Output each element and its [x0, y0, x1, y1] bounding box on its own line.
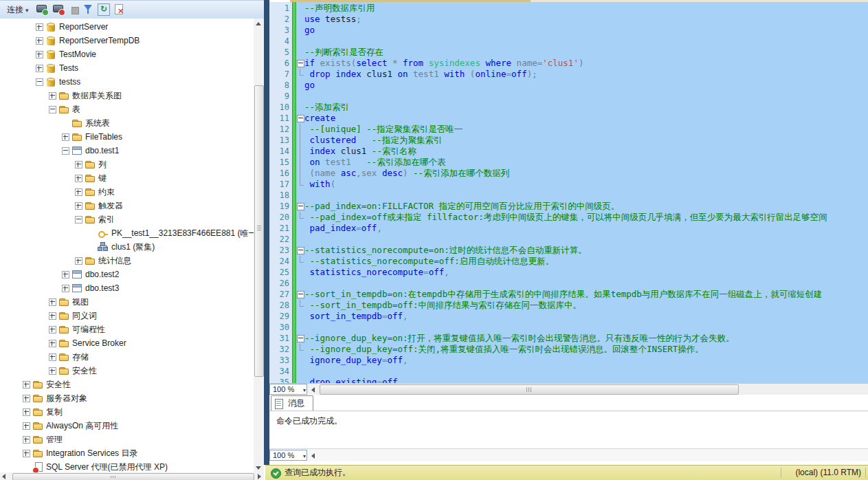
scroll-right-button[interactable] [255, 472, 264, 480]
code-line[interactable]: 16 (name asc,sex desc) --索引添加在哪个数据列 [269, 168, 868, 179]
tree-item[interactable]: 系统表 [0, 116, 254, 130]
scroll-left-button[interactable] [0, 472, 9, 480]
code-line[interactable]: 19--pad_index=on:FILLFACTOR 指定的可用空间百分比应用… [269, 201, 868, 212]
code-line[interactable]: 30 [269, 322, 868, 333]
code-line[interactable]: 1--声明数据库引用 [269, 3, 868, 14]
tree-item[interactable]: clus1 (聚集) [0, 240, 254, 254]
editor-scroll-left-button[interactable] [309, 385, 318, 394]
tree-item[interactable]: 可编程性 [0, 323, 254, 336]
expand-icon[interactable] [23, 436, 30, 444]
tree-item[interactable]: ReportServer [0, 20, 254, 34]
tree-item[interactable]: 表 [0, 102, 254, 116]
tree-item[interactable]: SQL Server 代理(已禁用代理 XP) [0, 460, 254, 472]
tree-item[interactable]: 触发器 [0, 199, 254, 212]
tree-item[interactable]: 安全性 [0, 364, 254, 378]
expand-icon[interactable] [23, 408, 30, 416]
code-line[interactable]: 7 drop index clus1 on test1 with (online… [269, 69, 868, 80]
expand-icon[interactable] [62, 133, 69, 141]
expand-icon[interactable] [49, 92, 56, 100]
expand-icon[interactable] [75, 257, 82, 265]
collapse-icon[interactable] [75, 216, 82, 223]
code-line[interactable]: 29 sort_in_tempdb=off, [269, 311, 868, 322]
tree-horizontal-scrollbar[interactable] [0, 472, 264, 480]
tree-item[interactable]: 同义词 [0, 309, 254, 323]
tree-item[interactable]: dbo.test2 [0, 268, 254, 281]
tree-item[interactable]: Service Broker [0, 336, 254, 350]
code-line[interactable]: 13 clustered --指定为聚集索引 [269, 135, 868, 146]
code-line[interactable]: 32 --ignore_dup_key=off:关闭,将重复键值插入唯一索引时会… [269, 344, 868, 355]
collapse-icon[interactable] [36, 78, 43, 86]
expand-icon[interactable] [49, 312, 56, 320]
code-line[interactable]: 17 with( [269, 179, 868, 190]
results-scroll-left-button[interactable] [309, 451, 318, 460]
code-line[interactable]: 21 pad_index=off, [269, 223, 868, 234]
fold-collapse-icon[interactable] [297, 203, 304, 210]
code-line[interactable]: 11create [269, 113, 868, 124]
fold-collapse-icon[interactable] [297, 335, 304, 342]
sql-editor[interactable]: 1--声明数据库引用2use testss;3go45--判断索引是否存在6if… [269, 0, 868, 383]
code-line[interactable]: 6if exists(select * from sysindexes wher… [269, 58, 868, 69]
scroll-up-button[interactable] [254, 19, 264, 29]
expand-icon[interactable] [36, 65, 43, 72]
code-line[interactable]: 12 --[unique] --指定聚集索引是否唯一 [269, 124, 868, 135]
tree-item[interactable]: Tests [0, 61, 254, 75]
expand-icon[interactable] [75, 188, 82, 196]
code-line[interactable]: 10--添加索引 [269, 102, 868, 113]
editor-hscroll-thumb[interactable] [320, 384, 739, 395]
connect-button[interactable]: 连接▾ [4, 3, 32, 16]
code-line[interactable]: 35 drop_existing=off, [269, 377, 868, 383]
tree-vscroll-thumb[interactable] [254, 85, 264, 377]
expand-icon[interactable] [49, 298, 56, 306]
scroll-down-button[interactable] [254, 462, 264, 472]
expand-icon[interactable] [49, 340, 56, 347]
editor-zoom-select[interactable]: 100 % ▾ [269, 384, 307, 395]
connect-server-icon[interactable] [36, 3, 48, 16]
fold-collapse-icon[interactable] [297, 291, 304, 298]
code-line[interactable]: 18 [269, 190, 868, 201]
expand-icon[interactable] [23, 381, 30, 389]
expand-icon[interactable] [49, 353, 56, 361]
tree-item[interactable]: 管理 [0, 433, 254, 446]
expand-icon[interactable] [49, 367, 56, 375]
tab-messages[interactable]: 消息 [271, 395, 313, 411]
expand-icon[interactable] [23, 422, 30, 430]
fold-collapse-icon[interactable] [297, 60, 304, 67]
refresh-icon[interactable]: ↻ [98, 3, 110, 16]
code-line[interactable]: 27--sort_in_tempdb=on:在tempdb中存储用于生成索引的中… [269, 289, 868, 300]
fold-collapse-icon[interactable] [297, 115, 304, 122]
code-line[interactable]: 22 [269, 234, 868, 245]
tree-item[interactable]: 索引 [0, 212, 254, 226]
code-line[interactable]: 14 index clus1 --索引名称 [269, 146, 868, 157]
code-line[interactable]: 28 --sort_in_tempdb=off:中间排序结果与索引存储在同一数据… [269, 300, 868, 311]
tree-item[interactable]: ReportServerTempDB [0, 34, 254, 47]
tree-item[interactable]: 复制 [0, 405, 254, 419]
code-line[interactable]: 20 --pad_index=off或未指定 fillfactor:考虑到中间级… [269, 212, 868, 223]
expand-icon[interactable] [36, 37, 43, 45]
tree-vertical-scrollbar[interactable] [254, 19, 264, 472]
tree-item[interactable]: PK__test1__3213E83F466EE881 (唯一 [0, 226, 254, 240]
tree-item[interactable]: 统计信息 [0, 254, 254, 268]
tree-item[interactable]: testss [0, 75, 254, 89]
tree-item[interactable]: dbo.test3 [0, 281, 254, 295]
code-line[interactable]: 31--ignore_dup_key=on:打开，将重复键值插入唯一索引时会出现… [269, 333, 868, 344]
tree-item[interactable]: 安全性 [0, 378, 254, 391]
tree-item[interactable]: TestMovie [0, 47, 254, 61]
expand-icon[interactable] [62, 285, 69, 292]
expand-icon[interactable] [75, 202, 82, 210]
collapse-icon[interactable] [49, 106, 56, 113]
tree-item[interactable]: Integration Services 目录 [0, 446, 254, 460]
code-line[interactable]: 34 [269, 366, 868, 377]
tree-item[interactable]: 服务器对象 [0, 391, 254, 405]
code-line[interactable]: 33 ignore_dup_key=off, [269, 355, 868, 366]
tree-item[interactable]: 视图 [0, 295, 254, 309]
code-line[interactable]: 9 [269, 91, 868, 102]
disconnect-server-icon[interactable] [52, 3, 65, 16]
disconnect-script-icon[interactable]: ✕ [113, 3, 126, 16]
code-line[interactable]: 4 [269, 36, 868, 47]
collapse-icon[interactable] [62, 147, 69, 155]
expand-icon[interactable] [62, 271, 69, 279]
pane-splitter[interactable] [264, 0, 269, 465]
tree-item[interactable]: 存储 [0, 350, 254, 364]
fold-collapse-icon[interactable] [297, 247, 304, 254]
tree-item[interactable]: AlwaysOn 高可用性 [0, 419, 254, 433]
